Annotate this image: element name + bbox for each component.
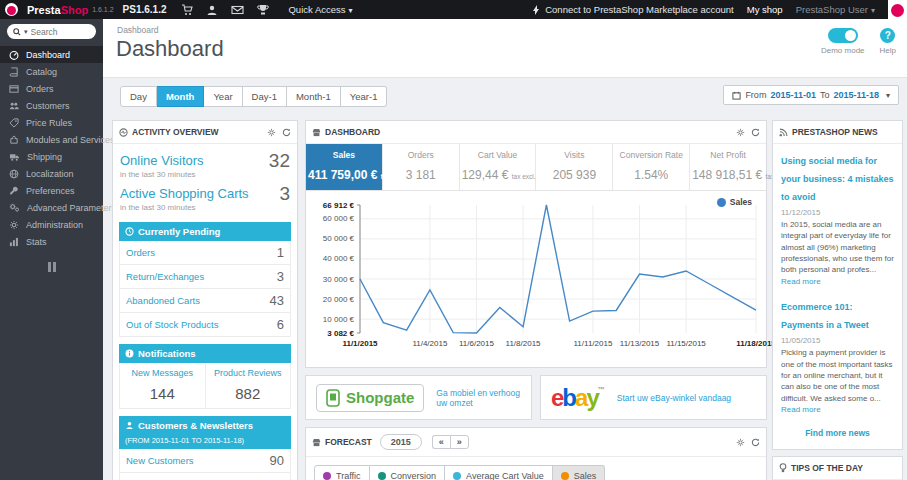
panel-settings-icon[interactable]	[736, 128, 745, 137]
user-icon[interactable]	[206, 4, 218, 16]
sidebar-item-customers[interactable]: Customers	[0, 97, 103, 114]
cart-icon[interactable]	[181, 4, 193, 16]
range-button-month-1[interactable]: Month-1	[287, 86, 341, 107]
my-shop-link[interactable]: My shop	[747, 4, 783, 15]
range-button-day-1[interactable]: Day-1	[243, 86, 287, 107]
demo-mode-label: Demo mode	[821, 46, 865, 55]
tips-panel-header: TIPS OF THE DAY	[773, 457, 902, 480]
pending-returns-link[interactable]: Return/Exchanges	[126, 271, 204, 282]
topbar-icons	[181, 4, 269, 16]
forecast-prev-button[interactable]: «	[432, 435, 450, 449]
shop-icon	[312, 128, 321, 137]
sidebar-item-advanced-parameters[interactable]: Advanced Parameters	[0, 199, 103, 216]
active-carts-link[interactable]: Active Shopping Carts	[120, 186, 249, 201]
news-article-date: 11/05/2015	[781, 336, 894, 345]
marketplace-link[interactable]: Connect to PrestaShop Marketplace accoun…	[531, 4, 734, 15]
product-reviews-cell[interactable]: Product Reviews 882	[205, 363, 291, 408]
sidebar-item-shipping[interactable]: Shipping	[0, 148, 103, 165]
sidebar-item-catalog[interactable]: Catalog	[0, 63, 103, 80]
forecast-metric-buttons: Traffic Conversion Average Cart Value Sa…	[314, 465, 758, 480]
range-button-month[interactable]: Month	[157, 86, 205, 107]
customers-date-range: (FROM 2015-11-01 TO 2015-11-18)	[125, 436, 285, 445]
find-more-news-link[interactable]: Find more news	[781, 424, 894, 447]
forecast-year-badge[interactable]: 2015	[380, 434, 422, 450]
quick-access-menu[interactable]: Quick Access	[288, 4, 352, 15]
panel-settings-icon[interactable]	[267, 128, 276, 137]
panel-refresh-icon[interactable]	[751, 128, 760, 137]
sidebar-item-preferences[interactable]: Preferences	[0, 182, 103, 199]
prestashop-news-panel: PRESTASHOP NEWS Using social media for y…	[772, 120, 903, 450]
kpi-tab-sales[interactable]: Sales411 759,00 € tax excl.	[306, 144, 383, 190]
news-article-title[interactable]: Ecommerce 101: Payments in a Tweet	[781, 302, 869, 330]
sidebar-collapse-toggle[interactable]	[48, 262, 56, 272]
forecast-button-sales[interactable]: Sales	[553, 465, 606, 480]
sidebar-item-orders[interactable]: Orders	[0, 80, 103, 97]
date-range-caret-icon	[883, 90, 890, 100]
online-visitors-row: 32 Online Visitors in the last 30 minute…	[119, 149, 291, 182]
breadcrumb[interactable]: Dashboard	[117, 25, 159, 35]
range-button-year[interactable]: Year	[204, 86, 242, 107]
right-column: PRESTASHOP NEWS Using social media for y…	[772, 120, 903, 480]
forecast-button-conversion[interactable]: Conversion	[370, 465, 446, 480]
plug-icon	[531, 5, 541, 15]
forecast-next-button[interactable]: »	[450, 435, 469, 449]
kpi-tab-visits[interactable]: Visits205 939	[536, 144, 613, 190]
brand-name[interactable]: PrestaShop	[27, 4, 88, 16]
read-more-link[interactable]: Read more	[781, 405, 821, 414]
version-small: 1.6.1.2	[92, 6, 113, 13]
sidebar-item-administration[interactable]: Administration	[0, 216, 103, 233]
ebay-ad[interactable]: ebay™ Start uw eBay-winkel vandaag	[540, 375, 767, 420]
read-more-link[interactable]: Read more	[781, 277, 821, 286]
ebay-ad-link[interactable]: Start uw eBay-winkel vandaag	[617, 393, 731, 403]
shopgate-ad[interactable]: Shopgate Ga mobiel en verhoog uw omzet	[305, 375, 532, 420]
ad-banners: Shopgate Ga mobiel en verhoog uw omzet e…	[305, 375, 767, 420]
sidebar-item-price-rules[interactable]: Price Rules	[0, 114, 103, 131]
panel-refresh-icon[interactable]	[282, 128, 291, 137]
pending-orders-link[interactable]: Orders	[126, 247, 155, 258]
version-badge: PS1.6.1.2	[123, 4, 167, 15]
mail-icon[interactable]	[231, 4, 244, 16]
range-button-day[interactable]: Day	[120, 86, 157, 107]
search-input[interactable]	[31, 27, 83, 37]
abandoned-carts-link[interactable]: Abandoned Carts	[126, 295, 200, 306]
trophy-icon[interactable]	[257, 4, 269, 16]
kpi-tab-orders[interactable]: Orders3 181	[383, 144, 460, 190]
forecast-button-average-cart-value[interactable]: Average Cart Value	[445, 465, 553, 480]
news-article: Using social media for your business: 4 …	[781, 150, 894, 296]
kpi-tab-net-profit[interactable]: Net Profit148 918,51 € tax excl.	[690, 144, 766, 190]
user-avatar[interactable]	[888, 0, 907, 19]
news-article-title[interactable]: Using social media for your business: 4 …	[781, 156, 894, 202]
prestashop-logo-icon[interactable]	[5, 3, 18, 16]
panel-refresh-icon[interactable]	[751, 438, 760, 447]
new-customers-link[interactable]: New Customers	[126, 455, 194, 466]
active-carts-sub: in the last 30 minutes	[120, 203, 290, 212]
shopgate-ad-link[interactable]: Ga mobiel en verhoog uw omzet	[436, 388, 521, 408]
out-of-stock-link[interactable]: Out of Stock Products	[126, 319, 218, 330]
sidebar-item-dashboard[interactable]: Dashboard	[0, 46, 103, 63]
new-messages-cell[interactable]: New Messages 144	[120, 363, 205, 408]
date-range-picker[interactable]: From 2015-11-01 To 2015-11-18	[723, 85, 899, 105]
online-visitors-link[interactable]: Online Visitors	[120, 153, 204, 168]
user-menu[interactable]: PrestaShop User	[796, 4, 875, 15]
notifications-body: New Messages 144 Product Reviews 882	[119, 363, 291, 409]
kpi-tab-cart-value[interactable]: Cart Value129,44 € tax excl.	[460, 144, 537, 190]
notifications-header: Notifications	[119, 344, 291, 363]
activity-icon	[119, 128, 128, 137]
header-actions: Demo mode ? Help	[821, 28, 896, 55]
kpi-tab-conversion-rate[interactable]: Conversion Rate1.54%	[613, 144, 690, 190]
y-axis-tick: 20 000 €	[310, 295, 354, 304]
search-scope-caret-icon[interactable]: ▾	[24, 28, 28, 36]
kpi-tabs: Sales411 759,00 € tax excl. Orders3 181 …	[306, 144, 766, 191]
sidebar-search[interactable]: ▾	[7, 24, 96, 39]
demo-mode-toggle[interactable]	[828, 28, 858, 43]
sidebar-item-modules[interactable]: Modules and Services	[0, 131, 103, 148]
panel-settings-icon[interactable]	[736, 438, 745, 447]
sidebar-item-localization[interactable]: Localization	[0, 165, 103, 182]
y-axis-tick: 40 000 €	[310, 254, 354, 263]
range-button-year-1[interactable]: Year-1	[341, 86, 388, 107]
new-customers-value: 90	[270, 453, 284, 468]
forecast-button-traffic[interactable]: Traffic	[314, 465, 370, 480]
chart-legend[interactable]: Sales	[717, 197, 752, 207]
help-icon[interactable]: ?	[880, 28, 895, 43]
sidebar-item-stats[interactable]: Stats	[0, 233, 103, 250]
